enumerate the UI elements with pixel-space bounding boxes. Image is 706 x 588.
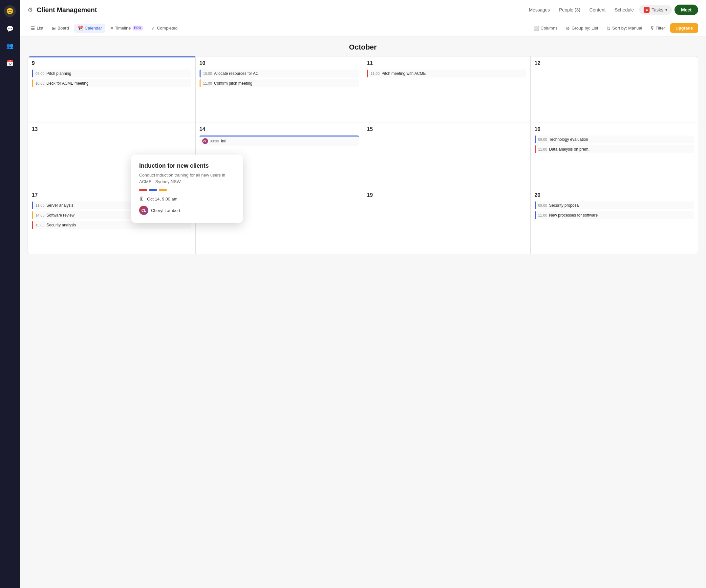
tab-content[interactable]: Content bbox=[586, 5, 610, 14]
toolbar: ☰ List ⊞ Board 📅 Calendar ≡ Timeline PRO… bbox=[20, 20, 706, 36]
popup-user-avatar: CL bbox=[139, 206, 148, 215]
popup-date: Oct 14, 9:00 am bbox=[147, 197, 178, 202]
calendar-view-button[interactable]: 📅 Calendar bbox=[74, 24, 105, 33]
popup-user-row: CL Cheryl Lambert bbox=[139, 206, 235, 215]
event-induction-partial[interactable]: CL 09:00 Ind bbox=[200, 135, 359, 146]
calendar-day-15: 15 bbox=[363, 122, 531, 188]
app-title: Client Management bbox=[37, 6, 522, 14]
day-number-15: 15 bbox=[367, 126, 526, 132]
chevron-down-icon: ▾ bbox=[665, 7, 667, 12]
calendar-icon: 📅 bbox=[77, 26, 83, 31]
day-number-11: 11 bbox=[367, 60, 526, 66]
induction-avatar: CL bbox=[202, 138, 208, 144]
day-number-14: 14 bbox=[200, 126, 359, 132]
day-number-19: 19 bbox=[367, 192, 526, 198]
popup-tags bbox=[139, 189, 235, 191]
list-view-button[interactable]: ☰ List bbox=[28, 24, 47, 33]
tab-tasks[interactable]: ■ Tasks ▾ bbox=[639, 5, 672, 15]
popup-description: Conduct induction training for all new u… bbox=[139, 172, 235, 185]
calendar-day-11: 11 11:00 Pitch meeting with ACME bbox=[363, 56, 531, 122]
meet-button[interactable]: Meet bbox=[674, 5, 698, 15]
day-number-13: 13 bbox=[32, 126, 191, 132]
tab-tasks-label: Tasks bbox=[652, 7, 663, 12]
calendar-day-12: 12 bbox=[531, 56, 698, 122]
event-technology-eval[interactable]: 09:00 Technology evaluation bbox=[535, 135, 694, 143]
calendar-day-19: 19 bbox=[363, 188, 531, 254]
event-data-analysis[interactable]: 11:00 Data analysis on prem.. bbox=[535, 145, 694, 153]
check-icon: ✓ bbox=[151, 26, 155, 31]
timeline-view-button[interactable]: ≡ Timeline PRO bbox=[107, 24, 146, 33]
top-bar: ⚙ Client Management Messages People (3) … bbox=[20, 0, 706, 20]
calendar-day-16: 16 09:00 Technology evaluation 11:00 Dat… bbox=[531, 122, 698, 188]
main-content: ⚙ Client Management Messages People (3) … bbox=[20, 0, 706, 588]
tab-messages[interactable]: Messages bbox=[525, 5, 554, 14]
popup-calendar-icon: 🗓 bbox=[139, 196, 145, 202]
sort-icon: ⇅ bbox=[606, 26, 611, 31]
event-allocate-resources[interactable]: 10:00 Allocate resources for AC.. bbox=[200, 70, 359, 77]
day-number-16: 16 bbox=[535, 126, 694, 132]
popup-title: Induction for new clients bbox=[139, 162, 235, 169]
calendar-day-10: 10 10:00 Allocate resources for AC.. 11:… bbox=[196, 56, 363, 122]
calendar-container: October 9 09:00 Pitch planning 10:00 Dec… bbox=[20, 36, 706, 588]
day-number-12: 12 bbox=[535, 60, 694, 66]
sort-by-button[interactable]: ⇅ Sort by: Manual bbox=[603, 24, 645, 33]
popup-tag-yellow bbox=[159, 189, 167, 191]
sidebar: 😊 💬 👥 📅 bbox=[0, 0, 20, 588]
day-number-9: 9 bbox=[32, 60, 191, 66]
filter-icon: ⊽ bbox=[651, 26, 654, 31]
timeline-icon: ≡ bbox=[111, 26, 113, 31]
day-number-10: 10 bbox=[200, 60, 359, 66]
popup-tag-red bbox=[139, 189, 147, 191]
popup-date-row: 🗓 Oct 14, 9:00 am bbox=[139, 196, 235, 202]
popup-user-name: Cheryl Lambert bbox=[151, 208, 180, 213]
completed-button[interactable]: ✓ Completed bbox=[148, 24, 181, 33]
tab-schedule[interactable]: Schedule bbox=[611, 5, 638, 14]
board-view-button[interactable]: ⊞ Board bbox=[48, 24, 72, 33]
event-popup: Induction for new clients Conduct induct… bbox=[131, 155, 243, 223]
columns-icon: ⬜ bbox=[533, 26, 539, 31]
calendar-grid: 9 09:00 Pitch planning 10:00 Deck for AC… bbox=[28, 56, 698, 254]
sidebar-icon-chat[interactable]: 💬 bbox=[5, 24, 15, 34]
group-icon: ⊚ bbox=[566, 26, 570, 31]
columns-button[interactable]: ⬜ Columns bbox=[530, 24, 561, 33]
settings-icon[interactable]: ⚙ bbox=[28, 6, 33, 13]
group-by-button[interactable]: ⊚ Group by: List bbox=[562, 24, 601, 33]
sidebar-icon-calendar[interactable]: 📅 bbox=[5, 58, 15, 68]
tab-people[interactable]: People (3) bbox=[555, 5, 584, 14]
list-icon: ☰ bbox=[31, 26, 35, 31]
event-security-proposal[interactable]: 09:00 Security proposal bbox=[535, 202, 694, 209]
upgrade-button[interactable]: Upgrade bbox=[670, 23, 698, 33]
event-deck-acme[interactable]: 10:00 Deck for ACME meeting bbox=[32, 79, 191, 87]
board-icon: ⊞ bbox=[52, 26, 56, 31]
calendar-day-9: 9 09:00 Pitch planning 10:00 Deck for AC… bbox=[28, 56, 195, 122]
popup-tag-blue bbox=[149, 189, 157, 191]
event-pitch-planning[interactable]: 09:00 Pitch planning bbox=[32, 70, 191, 77]
calendar-day-20: 20 09:00 Security proposal 11:00 New pro… bbox=[531, 188, 698, 254]
nav-tabs: Messages People (3) Content Schedule ■ T… bbox=[525, 5, 672, 15]
tasks-icon: ■ bbox=[644, 7, 650, 13]
calendar-month-title: October bbox=[28, 36, 698, 56]
event-pitch-meeting-acme[interactable]: 11:00 Pitch meeting with ACME bbox=[367, 70, 526, 77]
sidebar-icon-people[interactable]: 👥 bbox=[5, 41, 15, 51]
pro-badge: PRO bbox=[132, 26, 143, 31]
event-confirm-pitch[interactable]: 11:00 Confirm pitch meeting bbox=[200, 79, 359, 87]
filter-button[interactable]: ⊽ Filter bbox=[647, 24, 668, 33]
day-number-20: 20 bbox=[535, 192, 694, 198]
user-avatar[interactable]: 😊 bbox=[4, 5, 16, 17]
event-new-processes[interactable]: 11:00 New processes for software bbox=[535, 211, 694, 219]
